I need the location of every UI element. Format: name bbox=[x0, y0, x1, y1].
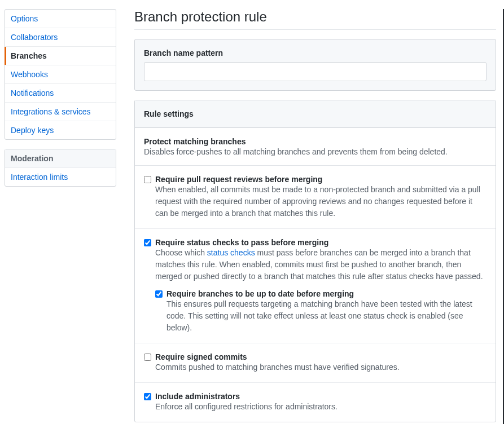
status-checks-link[interactable]: status checks bbox=[207, 248, 255, 257]
rule-signed-commits-desc: Commits pushed to matching branches must… bbox=[155, 361, 487, 373]
checkbox-status-checks[interactable] bbox=[144, 239, 151, 246]
rule-pr-reviews-title[interactable]: Require pull request reviews before merg… bbox=[155, 175, 487, 184]
branch-pattern-input[interactable] bbox=[144, 62, 487, 81]
moderation-heading: Moderation bbox=[5, 149, 116, 168]
protect-subhead: Protect matching branches Disables force… bbox=[135, 128, 496, 166]
settings-menu-primary: Options Collaborators Branches Webhooks … bbox=[5, 9, 116, 140]
main-content: Branch protection rule Branch name patte… bbox=[116, 9, 504, 424]
sidebar-item-webhooks[interactable]: Webhooks bbox=[5, 65, 116, 84]
rule-settings-header: Rule settings bbox=[135, 100, 496, 128]
rule-include-admins: Include administrators Enforce all confi… bbox=[135, 383, 496, 422]
branch-pattern-box: Branch name pattern bbox=[134, 39, 496, 91]
settings-sidebar: Options Collaborators Branches Webhooks … bbox=[5, 9, 116, 424]
rule-up-to-date: Require branches to be up to date before… bbox=[155, 289, 487, 334]
rule-status-checks-title[interactable]: Require status checks to pass before mer… bbox=[155, 238, 487, 247]
sidebar-item-collaborators[interactable]: Collaborators bbox=[5, 28, 116, 47]
rule-up-to-date-title[interactable]: Require branches to be up to date before… bbox=[166, 289, 487, 298]
sidebar-item-deploy-keys[interactable]: Deploy keys bbox=[5, 121, 116, 139]
rule-status-checks-desc: Choose which status checks must pass bef… bbox=[155, 247, 487, 282]
protect-heading: Protect matching branches bbox=[144, 137, 487, 146]
status-checks-desc-pre: Choose which bbox=[155, 248, 207, 257]
rule-pr-reviews-desc: When enabled, all commits must be made t… bbox=[155, 184, 487, 219]
protect-desc: Disables force-pushes to all matching br… bbox=[144, 147, 487, 156]
rule-include-admins-title[interactable]: Include administrators bbox=[155, 392, 487, 401]
rule-signed-commits: Require signed commits Commits pushed to… bbox=[135, 343, 496, 383]
sidebar-item-branches[interactable]: Branches bbox=[5, 47, 116, 65]
settings-menu-moderation: Moderation Interaction limits bbox=[5, 149, 116, 187]
rule-settings-heading: Rule settings bbox=[144, 109, 487, 118]
rule-up-to-date-desc: This ensures pull requests targeting a m… bbox=[166, 298, 487, 334]
rule-signed-commits-title[interactable]: Require signed commits bbox=[155, 352, 487, 361]
rule-pr-reviews: Require pull request reviews before merg… bbox=[135, 166, 496, 229]
rule-settings-box: Rule settings Protect matching branches … bbox=[134, 100, 496, 422]
checkbox-signed-commits[interactable] bbox=[144, 354, 151, 361]
checkbox-up-to-date[interactable] bbox=[155, 290, 163, 298]
branch-pattern-label: Branch name pattern bbox=[144, 48, 487, 58]
sidebar-item-integrations[interactable]: Integrations & services bbox=[5, 103, 116, 121]
rule-include-admins-desc: Enforce all configured restrictions for … bbox=[155, 401, 487, 413]
checkbox-include-admins[interactable] bbox=[144, 393, 151, 400]
page-title: Branch protection rule bbox=[134, 9, 496, 30]
checkbox-pr-reviews[interactable] bbox=[144, 176, 151, 183]
sidebar-item-notifications[interactable]: Notifications bbox=[5, 84, 116, 103]
sidebar-item-interaction-limits[interactable]: Interaction limits bbox=[5, 168, 116, 186]
rule-status-checks: Require status checks to pass before mer… bbox=[135, 229, 496, 343]
sidebar-item-options[interactable]: Options bbox=[5, 10, 116, 28]
